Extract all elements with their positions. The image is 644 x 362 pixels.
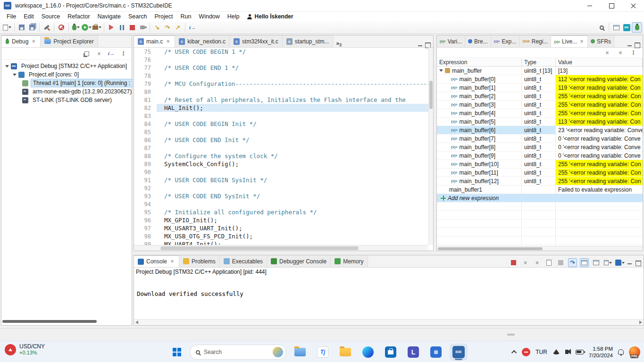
taskbar-stm32cubeide[interactable]: IDE — [450, 344, 468, 361]
open-perspective-button[interactable] — [611, 22, 621, 33]
column-expression[interactable]: Expression — [437, 58, 522, 66]
clock[interactable]: 1:58 PM 7/20/2024 — [589, 345, 613, 359]
add-new-expression-row[interactable]: Add new expression — [437, 194, 643, 202]
code-line[interactable]: 79/* MCU Configuration------------------… — [134, 80, 428, 88]
display-console-button[interactable] — [603, 258, 612, 267]
code-line[interactable]: 83 — [134, 112, 428, 120]
code-line[interactable]: 95/* Initialize all configured periphera… — [134, 208, 428, 216]
editor-vertical-scrollbar[interactable] — [428, 48, 433, 245]
code-editor[interactable]: 75/* USER CODE BEGIN 1 */ 76 77/* USER C… — [134, 48, 428, 245]
language-indicator[interactable]: TUR — [535, 349, 547, 355]
view-menu-button[interactable]: ⁞ — [119, 50, 128, 58]
tab-executables[interactable]: Executables — [220, 255, 267, 267]
menu-source[interactable]: Source — [38, 13, 64, 20]
tree-item-gdb[interactable]: arm-none-eabi-gdb (13.2.90.20230627) — [1, 87, 132, 96]
step-into-button[interactable]: ↘ — [152, 22, 162, 33]
console-output[interactable]: Download verified successfully — [134, 276, 644, 297]
editor-horizontal-scrollbar[interactable] — [134, 245, 428, 251]
tray-app-icon[interactable] — [522, 348, 530, 356]
code-line[interactable]: 92 — [134, 184, 428, 192]
suspend-button[interactable] — [117, 22, 127, 33]
table-row[interactable]: main_buffer uint8_t [13] [13] — [437, 67, 643, 75]
tree-item-stlink[interactable]: ST-LINK (ST-LINK GDB server) — [1, 96, 132, 104]
terminate-console-button[interactable] — [509, 258, 518, 267]
tab-variables[interactable]: (x)= Vari... — [437, 35, 465, 47]
code-line[interactable]: 93/* USER CODE END SysInit */ — [134, 192, 428, 200]
taskbar-file-explorer[interactable] — [291, 344, 309, 361]
table-row[interactable]: (x)=main_buffer[2] uint8_t 255 '<error r… — [437, 92, 643, 101]
scroll-lock-button[interactable] — [556, 258, 565, 267]
table-horizontal-scrollbar[interactable] — [437, 246, 643, 251]
wifi-icon[interactable] — [552, 349, 560, 354]
table-row[interactable]: (x)=main_buffer[4] uint8_t 255 '<error r… — [437, 109, 643, 118]
menu-file[interactable]: File — [3, 13, 20, 20]
column-type[interactable]: Type — [522, 58, 556, 66]
debug-horizontal-scrollbar[interactable] — [2, 320, 130, 323]
close-icon[interactable]: × — [579, 38, 585, 45]
code-line[interactable]: 91/* USER CODE BEGIN SysInit */ — [134, 176, 428, 184]
user-account-button[interactable]: Hello İskender — [247, 13, 293, 20]
scrollbar-thumb[interactable] — [160, 246, 359, 250]
code-line[interactable]: 89SystemClock_Config(); — [134, 160, 428, 168]
code-line[interactable]: 77/* USER CODE END 1 */ — [134, 64, 428, 72]
scrollbar-thumb[interactable] — [2, 320, 97, 323]
tab-memory[interactable]: Memory — [331, 255, 368, 267]
maximize-view-icon[interactable] — [425, 42, 430, 47]
tab-project-explorer[interactable]: Project Explorer — [41, 35, 98, 47]
code-line[interactable]: 87 — [134, 144, 428, 152]
menu-refactor[interactable]: Refactor — [64, 13, 93, 20]
table-row[interactable]: (x)=main_buffer[0] uint8_t 112 '<error r… — [437, 75, 643, 84]
tree-item-elf[interactable]: Project.elf [cores: 0] — [1, 70, 132, 79]
tab-registers[interactable]: 1010 Regi... — [519, 35, 551, 47]
taskbar-search[interactable]: Search — [190, 345, 286, 360]
table-row[interactable]: (x)=main_buffer[3] uint8_t 255 '<error r… — [437, 101, 643, 109]
table-row[interactable]: (x)=main_buffer[10] uint8_t 255 '<error … — [437, 160, 643, 168]
show-stdout-button[interactable] — [592, 258, 601, 267]
code-line[interactable]: 75/* USER CODE BEGIN 1 */ — [134, 48, 428, 56]
close-icon[interactable]: × — [165, 38, 171, 45]
minimize-view-icon[interactable] — [627, 261, 633, 265]
close-icon[interactable]: × — [31, 38, 36, 45]
menu-project[interactable]: Project — [151, 13, 177, 20]
open-console-button[interactable] — [615, 258, 624, 267]
table-row[interactable]: (x)=main_buffer[5] uint8_t 113 '<error r… — [437, 118, 643, 126]
scrollbar-thumb[interactable] — [429, 81, 433, 109]
taskbar-app-tj[interactable]: Tj — [314, 344, 332, 361]
tab-console[interactable]: Console × — [134, 255, 179, 267]
table-row[interactable]: (x)=main_buffer[12] uint8_t 255 '<error … — [437, 177, 643, 185]
more-tabs-button[interactable]: » 2 — [333, 39, 344, 47]
clear-console-button[interactable] — [544, 258, 553, 267]
taskbar-calculator[interactable]: ▦ — [427, 344, 445, 361]
terminate-relaunch-button[interactable] — [106, 22, 117, 33]
column-value[interactable]: Value — [556, 58, 643, 66]
code-line[interactable]: 76 — [134, 56, 428, 64]
remove-launch-button[interactable]: × — [521, 258, 530, 267]
taskbar-app-l[interactable]: L — [404, 344, 422, 361]
tree-item-thread[interactable]: Thread #1 [main] 1 [core: 0] (Running : — [1, 79, 132, 87]
tab-debugger-console[interactable]: Debugger Console — [267, 255, 331, 267]
taskbar-microsoft-store[interactable] — [382, 344, 400, 361]
tree-item-launch[interactable]: IDE Project Debug [STM32 C/C++ Applicati… — [1, 62, 132, 70]
remove-expression-button[interactable]: × — [603, 49, 611, 57]
close-icon[interactable]: × — [169, 258, 175, 265]
device-configuration-button[interactable]: MX — [621, 22, 632, 33]
editor-tab-kibar-nextion-c[interactable]: c kibar_nextion.c — [175, 35, 230, 47]
code-line[interactable]: 99MX_UART4_Init(); — [134, 240, 428, 245]
code-line[interactable]: 98MX_USB_OTG_FS_PCD_Init(); — [134, 232, 428, 240]
menu-help[interactable]: Help — [224, 13, 243, 20]
code-line[interactable]: 88/* Configure the system clock */ — [134, 152, 428, 160]
table-row[interactable]: (x)=main_buffer[11] uint8_t 255 '<error … — [437, 168, 643, 177]
code-line[interactable]: 78 — [134, 72, 428, 80]
instruction-mode-button[interactable]: i→ — [107, 50, 116, 58]
code-line[interactable]: 81/* Reset of all peripherals, Initializ… — [134, 96, 428, 104]
maximize-button[interactable] — [601, 0, 622, 12]
table-row[interactable]: (x)=main_buffer[8] uint8_t 0 '<error rea… — [437, 143, 643, 152]
instruction-stepping-button[interactable]: i→ — [187, 22, 198, 33]
tab-problems[interactable]: Problems — [179, 255, 220, 267]
menu-navigate[interactable]: Navigate — [94, 13, 125, 20]
tab-debug[interactable]: Debug × — [1, 35, 41, 47]
scroll-right-icon[interactable] — [639, 320, 642, 324]
remove-all-expressions-button[interactable]: × — [616, 49, 625, 57]
menu-run[interactable]: Run — [176, 13, 195, 20]
menu-edit[interactable]: Edit — [20, 13, 38, 20]
